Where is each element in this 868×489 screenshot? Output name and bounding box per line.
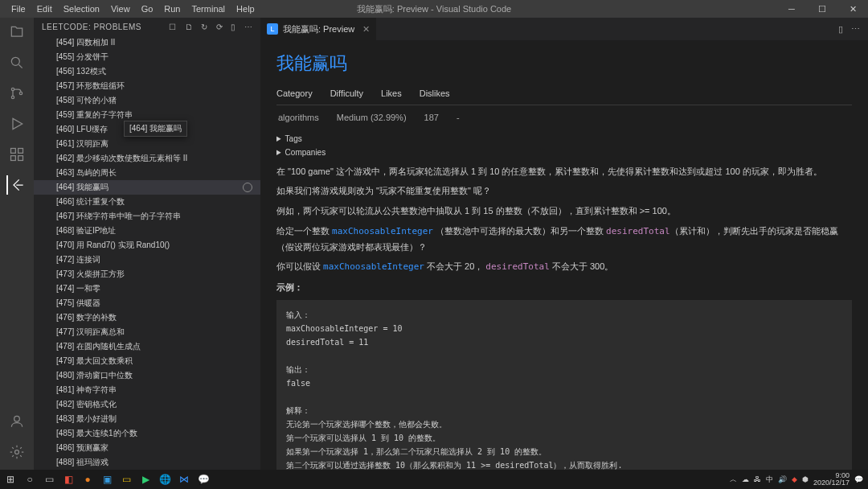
- settings-icon[interactable]: [7, 442, 27, 462]
- editor-area: L 我能赢吗: Preview ✕ ▯ ⋯ 我能赢吗 Category Diff…: [260, 18, 868, 470]
- task-view-icon[interactable]: ▭: [40, 471, 58, 487]
- taskbar-vscode[interactable]: ⋈: [175, 471, 193, 487]
- problem-row[interactable]: [476] 数字的补数: [34, 310, 260, 325]
- split-editor-icon[interactable]: ▯: [838, 24, 843, 35]
- tab-preview[interactable]: L 我能赢吗: Preview ✕: [260, 18, 377, 40]
- tray-app-icon[interactable]: ◆: [792, 475, 797, 483]
- companies-section[interactable]: Companies: [276, 146, 852, 159]
- meta-values: algorithms Medium (32.99%) 187 -: [276, 110, 852, 125]
- notification-icon[interactable]: 💬: [854, 475, 863, 483]
- tray-app-icon[interactable]: ⬢: [802, 475, 809, 483]
- action-icon[interactable]: ⋯: [244, 23, 253, 31]
- val-dislikes: -: [457, 110, 460, 125]
- action-icon[interactable]: ⟳: [216, 23, 223, 31]
- svg-rect-4: [11, 149, 16, 154]
- problem-row[interactable]: [462] 最少移动次数使数组元素相等 II: [34, 151, 260, 166]
- val-likes: 187: [424, 110, 439, 125]
- title-bar: File Edit Selection View Go Run Terminal…: [0, 0, 868, 18]
- menu-edit[interactable]: Edit: [32, 2, 57, 15]
- problem-row[interactable]: [485] 最大连续1的个数: [34, 426, 260, 441]
- account-icon[interactable]: [7, 412, 27, 431]
- problem-row[interactable]: [474] 一和零: [34, 281, 260, 296]
- hdr-difficulty: Difficulty: [330, 86, 363, 105]
- svg-point-2: [11, 96, 14, 98]
- tray-ime-icon[interactable]: 中: [766, 475, 773, 485]
- action-icon[interactable]: ↻: [201, 23, 208, 31]
- tags-section[interactable]: Tags: [276, 132, 852, 146]
- problem-row[interactable]: [477] 汉明距离总和: [34, 325, 260, 339]
- example-label: 示例：: [276, 280, 852, 295]
- problem-row[interactable]: [461] 汉明距离: [34, 137, 260, 151]
- menu-view[interactable]: View: [106, 2, 135, 15]
- problem-row[interactable]: [464] 我能赢吗: [34, 180, 260, 195]
- search-icon[interactable]: [7, 53, 27, 72]
- menu-help[interactable]: Help: [231, 2, 260, 15]
- meta-headers: Category Difficulty Likes Dislikes: [276, 86, 852, 105]
- problem-row[interactable]: [481] 神奇字符串: [34, 383, 260, 397]
- source-control-icon[interactable]: [7, 84, 27, 103]
- problem-row[interactable]: [458] 可怜的小猪: [34, 93, 260, 108]
- sidebar: LEETCODE: PROBLEMS ☐ 🗋 ↻ ⟳ ▯ ⋯ [454] 四数相…: [34, 18, 260, 470]
- problem-row[interactable]: [488] 祖玛游戏: [34, 455, 260, 470]
- problem-row[interactable]: [455] 分发饼干: [34, 50, 260, 64]
- tab-close-icon[interactable]: ✕: [362, 24, 370, 35]
- hdr-dislikes: Dislikes: [420, 86, 450, 105]
- problem-row[interactable]: [486] 预测赢家: [34, 441, 260, 455]
- menu-file[interactable]: File: [6, 2, 31, 15]
- more-actions-icon[interactable]: ⋯: [851, 24, 860, 35]
- paragraph: 你可以假设 maxChoosableInteger 不会大于 20， desir…: [276, 259, 852, 275]
- tray-network-icon[interactable]: 🖧: [754, 475, 761, 483]
- problem-row[interactable]: [472] 连接词: [34, 253, 260, 267]
- explorer-icon[interactable]: [7, 23, 27, 42]
- problem-row[interactable]: [475] 供暖器: [34, 296, 260, 310]
- problem-row[interactable]: [479] 最大回文数乘积: [34, 354, 260, 368]
- problem-row[interactable]: [467] 环绕字符串中唯一的子字符串: [34, 209, 260, 224]
- action-icon[interactable]: ▯: [231, 23, 236, 31]
- tray-sound-icon[interactable]: 🔊: [778, 475, 787, 483]
- taskbar-app[interactable]: ◧: [59, 471, 77, 487]
- taskbar-app[interactable]: 🌐: [156, 471, 174, 487]
- val-difficulty: Medium (32.99%): [337, 110, 407, 125]
- leetcode-icon[interactable]: [6, 175, 26, 195]
- svg-point-1: [11, 88, 14, 90]
- problem-row[interactable]: [463] 岛屿的周长: [34, 166, 260, 180]
- menu-go[interactable]: Go: [137, 2, 158, 15]
- taskbar-app[interactable]: ▭: [117, 471, 135, 487]
- taskbar-app[interactable]: ●: [79, 471, 96, 487]
- problem-row[interactable]: [480] 滑动窗口中位数: [34, 368, 260, 383]
- menu-bar: File Edit Selection View Go Run Terminal…: [0, 2, 260, 15]
- val-category: algorithms: [278, 110, 319, 125]
- problem-row[interactable]: [482] 密钥格式化: [34, 397, 260, 412]
- taskbar-app[interactable]: ▶: [137, 471, 154, 487]
- maximize-button[interactable]: ☐: [807, 0, 837, 18]
- clock[interactable]: 9:002020/12/17: [813, 472, 850, 487]
- search-button[interactable]: ○: [21, 471, 39, 487]
- problem-row[interactable]: [468] 验证IP地址: [34, 224, 260, 238]
- taskbar: ⊞ ○ ▭ ◧ ● ▣ ▭ ▶ 🌐 ⋈ 💬 ︿ ☁ 🖧 中 🔊 ◆ ⬢ 9:00…: [0, 470, 868, 489]
- taskbar-app[interactable]: ▣: [98, 471, 116, 487]
- extensions-icon[interactable]: [7, 145, 27, 164]
- close-button[interactable]: ✕: [837, 0, 868, 18]
- menu-terminal[interactable]: Terminal: [187, 2, 231, 15]
- menu-selection[interactable]: Selection: [59, 2, 104, 15]
- tab-label: 我能赢吗: Preview: [283, 23, 354, 35]
- menu-run[interactable]: Run: [159, 2, 185, 15]
- tray-chevron-icon[interactable]: ︿: [730, 475, 737, 485]
- minimize-button[interactable]: ─: [776, 0, 807, 18]
- problem-row[interactable]: [454] 四数相加 II: [34, 35, 260, 50]
- svg-rect-5: [18, 149, 23, 154]
- problem-row[interactable]: [478] 在圆内随机生成点: [34, 339, 260, 354]
- problem-row[interactable]: [483] 最小好进制: [34, 412, 260, 426]
- action-icon[interactable]: ☐: [169, 23, 177, 31]
- action-icon[interactable]: 🗋: [185, 23, 194, 31]
- start-button[interactable]: ⊞: [2, 471, 19, 487]
- problem-row[interactable]: [456] 132模式: [34, 64, 260, 79]
- problem-row[interactable]: [470] 用 Rand7() 实现 Rand10(): [34, 238, 260, 253]
- problem-row[interactable]: [466] 统计重复个数: [34, 195, 260, 209]
- tray-cloud-icon[interactable]: ☁: [742, 475, 749, 483]
- problem-list[interactable]: [454] 四数相加 II[455] 分发饼干[456] 132模式[457] …: [34, 35, 260, 470]
- debug-icon[interactable]: [7, 114, 27, 134]
- problem-row[interactable]: [457] 环形数组循环: [34, 79, 260, 93]
- problem-row[interactable]: [473] 火柴拼正方形: [34, 267, 260, 281]
- taskbar-app[interactable]: 💬: [194, 471, 212, 487]
